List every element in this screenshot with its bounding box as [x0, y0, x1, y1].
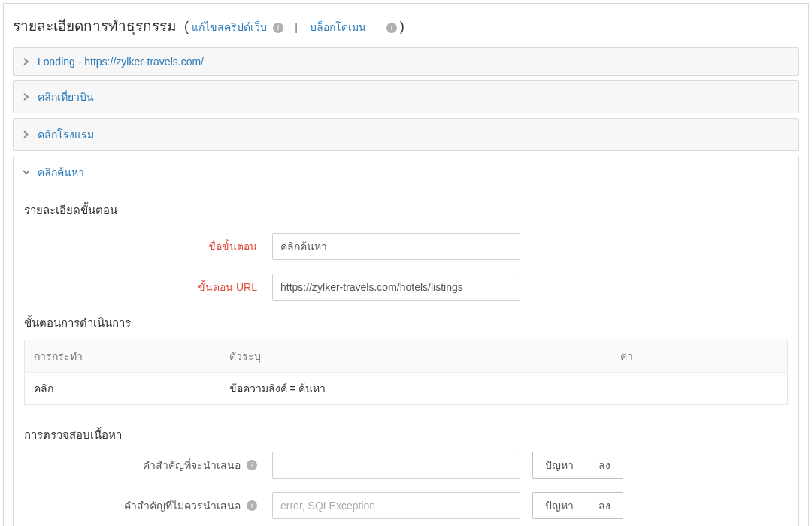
step-url-input[interactable] — [272, 274, 520, 301]
step-name-label: ชื่อขั้นตอน — [24, 238, 272, 255]
actions-table: การกระทำ ตัวระบุ ค่า คลิก ข้อความลิงค์ =… — [24, 340, 788, 405]
chevron-right-icon — [23, 131, 30, 138]
chevron-down-icon — [23, 168, 30, 176]
info-icon[interactable]: i — [273, 23, 283, 33]
col-action-header: การกระทำ — [25, 340, 220, 373]
step-title: คลิกค้นหา — [38, 164, 84, 180]
step-name-input[interactable] — [272, 233, 520, 260]
cell-action: คลิก — [25, 373, 220, 405]
keywords-absent-label: คำสำคัญที่ไม่ควรนำเสนอ i — [24, 497, 272, 514]
severity-down-button[interactable]: ลง — [586, 492, 623, 519]
keywords-present-label: คำสำคัญที่จะนำเสนอ i — [24, 457, 272, 473]
label-text: คำสำคัญที่ไม่ควรนำเสนอ — [124, 497, 241, 514]
header-subgroup: ( แก้ไขสคริปต์เว็บ i | บล็อกโดเมน i ) — [184, 19, 404, 35]
paren-close: ) — [400, 19, 404, 34]
page-header: รายละเอียดการทำธุรกรรม ( แก้ไขสคริปต์เว็… — [13, 14, 799, 37]
severity-issue-button[interactable]: ปัญหา — [532, 452, 586, 479]
row-keywords-absent: คำสำคัญที่ไม่ควรนำเสนอ i ปัญหา ลง — [24, 492, 788, 519]
step-panel-header[interactable]: คลิกค้นหา — [14, 156, 798, 188]
step-url-label: ขั้นตอน URL — [24, 279, 272, 295]
header-separator: | — [295, 21, 298, 33]
chevron-right-icon — [23, 93, 30, 101]
edit-web-script-link[interactable]: แก้ไขสคริปต์เว็บ — [192, 21, 267, 33]
step-panel-body: รายละเอียดขั้นตอน ชื่อขั้นตอน ขั้นตอน UR… — [14, 188, 798, 526]
step-title: คลิกเที่ยวบิน — [38, 89, 94, 105]
step-panel-loading: Loading - https://zylker-travels.com/ — [13, 47, 799, 76]
block-domain-link[interactable]: บล็อกโดเมน — [310, 21, 366, 33]
step-panel-header[interactable]: คลิกโรงแรม — [14, 119, 798, 150]
step-panel-header[interactable]: คลิกเที่ยวบิน — [14, 81, 798, 113]
chevron-right-icon — [23, 58, 30, 65]
row-keywords-present: คำสำคัญที่จะนำเสนอ i ปัญหา ลง — [24, 452, 788, 479]
table-row: คลิก ข้อความลิงค์ = ค้นหา — [25, 373, 788, 405]
step-panel-flights: คลิกเที่ยวบิน — [13, 80, 799, 113]
severity-issue-button[interactable]: ปัญหา — [532, 492, 586, 519]
step-panel-header[interactable]: Loading - https://zylker-travels.com/ — [14, 48, 798, 75]
cell-identifier: ข้อความลิงค์ = ค้นหา — [220, 373, 611, 405]
label-text: คำสำคัญที่จะนำเสนอ — [143, 457, 241, 473]
form-row-step-name: ชื่อขั้นตอน — [24, 233, 788, 260]
paren-open: ( — [184, 19, 189, 34]
step-panel-hotels: คลิกโรงแรม — [13, 118, 799, 151]
section-validation-heading: การตรวจสอบเนื้อหา — [24, 426, 788, 444]
page-container: รายละเอียดการทำธุรกรรม ( แก้ไขสคริปต์เว็… — [3, 3, 809, 526]
severity-down-button[interactable]: ลง — [586, 452, 623, 479]
severity-select-group: ปัญหา ลง — [532, 492, 623, 519]
keywords-absent-input[interactable] — [272, 492, 520, 519]
severity-select-group: ปัญหา ลง — [532, 452, 623, 479]
step-title: Loading - https://zylker-travels.com/ — [38, 56, 204, 68]
col-value-header: ค่า — [611, 340, 788, 373]
section-step-actions-heading: ขั้นตอนการดำเนินการ — [24, 314, 788, 332]
page-title: รายละเอียดการทำธุรกรรม — [13, 14, 177, 37]
info-icon[interactable]: i — [247, 460, 257, 470]
info-icon[interactable]: i — [247, 500, 257, 511]
info-icon[interactable]: i — [386, 23, 397, 33]
keywords-present-input[interactable] — [272, 452, 520, 479]
col-identifier-header: ตัวระบุ — [220, 340, 611, 373]
form-row-step-url: ขั้นตอน URL — [24, 274, 788, 301]
section-step-details-heading: รายละเอียดขั้นตอน — [24, 201, 788, 219]
step-panel-search: คลิกค้นหา รายละเอียดขั้นตอน ชื่อขั้นตอน … — [13, 156, 799, 526]
cell-value — [611, 373, 788, 405]
step-title: คลิกโรงแรม — [38, 126, 94, 143]
